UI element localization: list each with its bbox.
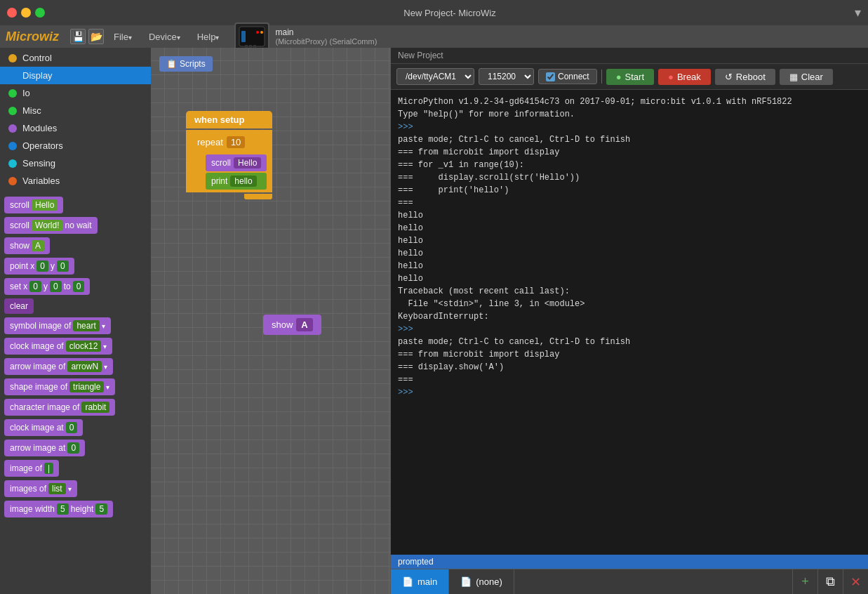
help-menu[interactable]: Help▾ (190, 29, 227, 45)
sidebar-item-variables[interactable]: Variables (0, 172, 151, 190)
svg-point-3 (260, 31, 263, 34)
block-clear[interactable]: clear (4, 298, 34, 314)
open-icon[interactable]: 📂 (88, 29, 104, 44)
sidebar-item-operators[interactable]: Operators (0, 137, 151, 154)
console-line: paste mode; Ctrl-C to cancel, Ctrl-D to … (398, 133, 861, 146)
bottom-tabs: 📄 main 📄 (none) + ⧉ ✕ (391, 569, 868, 594)
toolbar-divider (601, 70, 602, 84)
device-arrow: ▾ (177, 34, 180, 41)
sidebar-item-modules[interactable]: Modules (0, 119, 151, 137)
port-select[interactable]: /dev/ttyACM1 (396, 68, 474, 85)
device-info: main (MicrobitProxy) (SerialComm) (234, 22, 377, 51)
print-hello-block[interactable]: print hello (206, 173, 267, 190)
console-line: Type "help()" for more information. (398, 108, 861, 121)
clear-button[interactable]: ▦ Clear (780, 69, 833, 85)
console-line: hello (398, 272, 861, 285)
add-tab-button[interactable]: + (792, 569, 817, 594)
scripts-button[interactable]: 📋 Scripts (159, 56, 213, 72)
help-arrow: ▾ (215, 34, 219, 41)
console-line: === from microbit import display (398, 146, 861, 159)
console-output[interactable]: MicroPython v1.9.2-34-gd64154c73 on 2017… (391, 90, 868, 555)
connect-checkbox[interactable] (546, 72, 555, 81)
block-scroll-world[interactable]: scroll World! no wait (4, 217, 98, 234)
block-images-of[interactable]: images of list ▾ (4, 480, 77, 497)
repeat-block[interactable]: repeat 10 scroll Hello print hello (186, 130, 272, 192)
copy-tab-button[interactable]: ⧉ (817, 569, 843, 594)
reboot-button[interactable]: ↺ Reboot (715, 69, 775, 85)
scripts-toolbar: 📋 Scripts (156, 53, 215, 74)
variables-dot (8, 177, 17, 185)
start-dot-icon: ● (616, 72, 622, 82)
sidebar-item-display[interactable]: Display (0, 67, 151, 84)
block-shape-image[interactable]: shape image of triangle ▾ (4, 378, 115, 395)
console-line: hello (398, 235, 861, 247)
console-line: === (398, 374, 861, 386)
operators-dot (8, 142, 17, 150)
tab-none[interactable]: 📄 (none) (449, 569, 514, 594)
block-clock-image-at[interactable]: clock image at 0 (4, 419, 83, 436)
console-line: === (398, 197, 861, 209)
reboot-icon: ↺ (725, 72, 733, 82)
block-arrow-image[interactable]: arrow image of arrowN ▾ (4, 358, 113, 375)
modules-dot (8, 124, 17, 133)
file-menu[interactable]: File▾ (107, 29, 139, 45)
device-name-block: main (MicrobitProxy) (SerialComm) (275, 27, 377, 46)
console-header: New Project (391, 48, 868, 64)
block-arrow-image-at[interactable]: arrow image at 0 (4, 440, 85, 456)
block-point[interactable]: point x 0 y 0 (4, 258, 74, 275)
sidebar-item-io[interactable]: Io (0, 84, 151, 102)
window-controls (7, 8, 45, 18)
block-scroll-hello[interactable]: scroll Hello (4, 197, 63, 213)
break-button[interactable]: ● Break (658, 69, 711, 85)
main-tab-icon: 📄 (402, 576, 413, 587)
status-text: prompted (398, 557, 434, 567)
save-icon[interactable]: 💾 (70, 29, 86, 44)
close-tab-button[interactable]: ✕ (843, 569, 868, 594)
block-image-of[interactable]: image of | (4, 460, 59, 477)
device-proxy-label: (MicrobitProxy) (SerialComm) (275, 37, 377, 46)
console-line: === display.scroll(str('Hello')) (398, 171, 861, 184)
console-line: >>> (398, 121, 861, 133)
when-setup-block[interactable]: when setup (186, 111, 272, 128)
sidebar-item-control[interactable]: Control (0, 49, 151, 67)
console-line: === for _v1 in range(10): (398, 159, 861, 171)
block-show-a[interactable]: show A (4, 237, 50, 254)
console-line: === print('hello') (398, 184, 861, 197)
sidebar: Control Display Io Misc Modules Operator… (0, 48, 151, 594)
console-toolbar: /dev/ttyACM1 115200 Connect ● Start ● Br… (391, 64, 868, 90)
sidebar-item-misc[interactable]: Misc (0, 102, 151, 119)
svg-point-2 (256, 31, 259, 34)
console-line: >>> (398, 323, 861, 336)
window-title: New Project- MicroWiz (403, 8, 495, 18)
block-image-width-height[interactable]: image width 5 height 5 (4, 501, 113, 517)
device-main-label: main (275, 27, 377, 37)
block-clock-image[interactable]: clock image of clock12 ▾ (4, 338, 112, 355)
baud-select[interactable]: 115200 (479, 68, 534, 85)
status-bar: prompted (391, 555, 868, 569)
console-line: === from microbit import display (398, 348, 861, 361)
show-a-canvas-block[interactable]: show A (263, 315, 321, 335)
block-char-image[interactable]: character image of rabbit (4, 399, 115, 416)
tab-main[interactable]: 📄 main (391, 569, 449, 594)
console-line: hello (398, 247, 861, 260)
block-set[interactable]: set x 0 y 0 to 0 (4, 278, 90, 295)
console-line: hello (398, 209, 861, 222)
sidebar-item-sensing[interactable]: Sensing (0, 154, 151, 172)
device-menu[interactable]: Device▾ (142, 29, 187, 45)
titlebar-right: ▾ (855, 5, 861, 20)
titlebar-dropdown[interactable]: ▾ (855, 5, 861, 20)
when-setup-script: when setup repeat 10 scroll Hello print … (186, 111, 272, 199)
main-content: Control Display Io Misc Modules Operator… (0, 48, 868, 594)
console-line: File "<stdin>", line 3, in <module> (398, 298, 861, 310)
close-button[interactable] (7, 8, 17, 18)
block-symbol-image[interactable]: symbol image of heart ▾ (4, 317, 111, 334)
start-button[interactable]: ● Start (606, 69, 654, 85)
connect-button[interactable]: Connect (538, 69, 597, 84)
add-icon: + (801, 574, 809, 589)
maximize-button[interactable] (35, 8, 45, 18)
menubar: Microwiz 💾 📂 File▾ Device▾ Help▾ main (M… (0, 25, 868, 48)
console-line: >>> (398, 386, 861, 399)
misc-dot (8, 107, 17, 115)
minimize-button[interactable] (21, 8, 31, 18)
scroll-hello-block[interactable]: scroll Hello (206, 154, 267, 171)
